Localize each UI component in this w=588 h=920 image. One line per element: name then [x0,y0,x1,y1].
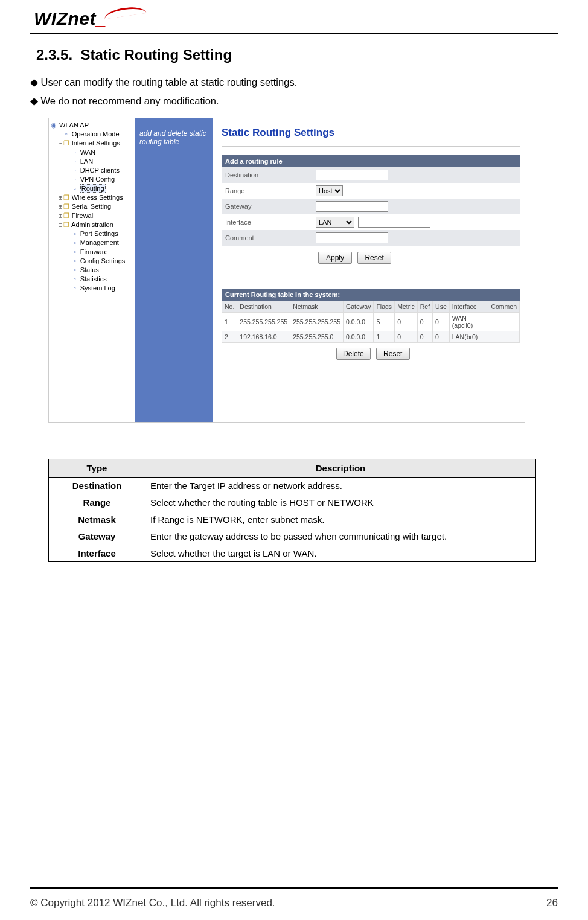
delete-button[interactable]: Delete [336,348,371,360]
tree-item[interactable]: ▫ System Log [50,284,135,293]
rt-header: Metric [395,301,418,313]
destination-input[interactable] [316,170,388,180]
expander-icon[interactable]: ⊞ [59,212,63,220]
interface-select[interactable]: LAN [316,217,354,228]
table-row[interactable]: 2192.168.16.0255.255.255.00.0.0.01000LAN… [222,331,520,343]
page-icon: ▫ [71,275,78,284]
row-destination: Destination [222,167,520,183]
tree-item[interactable]: ▫ Operation Mode [50,130,135,139]
table-row: DestinationEnter the Target IP address o… [49,478,536,494]
desc-value: Select whether the target is LAN or WAN. [145,545,536,562]
expander-icon[interactable]: ⊞ [59,203,63,211]
rt-cell [488,331,520,343]
rt-cell: 1 [374,331,395,343]
tree-root-label: WLAN AP [59,121,89,129]
rt-header: Interface [449,301,488,313]
label-interface: Interface [225,219,316,226]
footer-rule [30,887,558,889]
reset-button[interactable]: Reset [357,252,391,264]
page-icon: ▫ [71,266,78,275]
expander-icon[interactable]: ⊞ [59,194,63,202]
label-comment: Comment [225,234,316,241]
tree-item[interactable]: ▫ VPN Config [50,175,135,184]
tree-item[interactable]: ⊞❐ Firewall [50,211,135,220]
desc-key: Range [49,494,145,511]
page-icon: ▫ [71,157,78,166]
folder-icon: ❐ [63,139,70,148]
rt-cell: 0 [417,313,432,331]
desc-key: Destination [49,478,145,494]
rt-cell: 0.0.0.0 [344,313,374,331]
tree-item[interactable]: ⊞❐ Wireless Settings [50,193,135,202]
desc-header-description: Description [145,459,536,478]
page-icon: ▫ [71,284,78,293]
page-number: 26 [546,897,558,909]
page-icon: ▫ [71,229,78,238]
desc-value: Enter the gateway address to be passed w… [145,528,536,545]
tree-item[interactable]: ▫ WAN [50,148,135,157]
table-row: GatewayEnter the gateway address to be p… [49,528,536,545]
folder-icon: ❐ [63,211,70,220]
page-icon: ▫ [71,184,78,193]
rt-cell: 0 [395,313,418,331]
header-rule [30,33,558,34]
reset-button-2[interactable]: Reset [376,348,410,360]
section-number: 2.3.5. [36,46,72,63]
tree-item-label: Statistics [80,275,107,283]
copyright-text: © Copyright 2012 WIZnet Co., Ltd. All ri… [30,897,275,909]
rt-cell: 0 [433,313,450,331]
comment-input[interactable] [316,232,388,243]
tree-item[interactable]: ▫ Status [50,266,135,275]
expander-icon[interactable]: ⊟ [59,139,63,147]
tree-item[interactable]: ▫ Management [50,238,135,248]
expander-icon[interactable]: ⊟ [59,221,63,229]
range-select[interactable]: Host [316,185,343,196]
tree-item-label: Port Settings [80,230,118,237]
description-table: Type Description DestinationEnter the Ta… [48,459,536,562]
rt-cell: 1 [222,313,237,331]
tree-item[interactable]: ▫ DHCP clients [50,166,135,175]
panel-title: Static Routing Settings [222,127,520,139]
interface-extra-input[interactable] [358,217,430,228]
tree-item-label: Administration [71,221,113,228]
tree-root[interactable]: ◉ WLAN AP [50,121,135,130]
apply-button[interactable]: Apply [318,252,352,264]
side-help-panel: add and delete static routing table [135,118,213,422]
rt-header: Ref [417,301,432,313]
tree-item-label: Serial Setting [72,203,111,210]
tree-item[interactable]: ▫ Statistics [50,275,135,284]
label-destination: Destination [225,171,316,179]
tree-item[interactable]: ⊞❐ Serial Setting [50,202,135,211]
bullet-2: We do not recommend any modification. [30,95,558,107]
tree-item-label: VPN Config [80,176,115,183]
tree-item[interactable]: ▫ Port Settings [50,229,135,238]
page-icon: ▫ [71,148,78,157]
rt-cell: 0 [395,331,418,343]
tree-item[interactable]: ⊟❐ Internet Settings [50,139,135,148]
brand-text: WIZnet [34,8,96,28]
rt-header: Destination [237,301,290,313]
tree-item[interactable]: ▫ LAN [50,157,135,166]
gateway-input[interactable] [316,201,388,212]
tree-item[interactable]: ⊟❐ Administration [50,220,135,229]
routing-table: No.DestinationNetmaskGatewayFlagsMetricR… [222,301,520,343]
tree-item[interactable]: ▫ Routing [50,184,135,193]
tree-item[interactable]: ▫ Config Settings [50,257,135,266]
table-button-row: Delete Reset [222,343,520,360]
section-title-text: Static Routing Setting [80,46,232,63]
tree-item-label: Wireless Settings [72,194,123,201]
tree-item[interactable]: ▫ Firmware [50,248,135,257]
rt-header: Netmask [290,301,344,313]
row-interface: Interface LAN [222,214,520,230]
row-gateway: Gateway [222,199,520,214]
desc-key: Netmask [49,511,145,528]
table-row[interactable]: 1255.255.255.255255.255.255.2550.0.0.050… [222,313,520,331]
nav-tree: ◉ WLAN AP ▫ Operation Mode⊟❐ Internet Se… [49,118,135,422]
rt-cell: 0 [433,331,450,343]
tree-item-label: Internet Settings [72,139,120,147]
page-footer: © Copyright 2012 WIZnet Co., Ltd. All ri… [30,897,558,909]
page-icon: ▫ [71,175,78,184]
main-panel: Static Routing Settings Add a routing ru… [213,118,525,422]
desc-key: Interface [49,545,145,562]
table-row: RangeSelect whether the routing table is… [49,494,536,511]
